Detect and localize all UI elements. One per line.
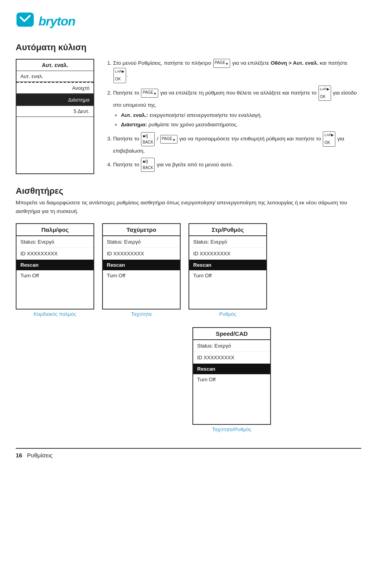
page-number: 16 [16,452,22,459]
sensor-card-heart-rate: Παλμ/φος Status: Ενεργό ID XXXXXXXXX Res… [16,223,94,309]
bullet2-label: Διάστημα: [121,122,147,127]
device-row-5: 5 Δευτ. [16,106,93,117]
step1-bold: Οθόνη > Αυτ. εναλ. [271,60,318,66]
sensor-card-1-rescan[interactable]: Rescan [16,260,93,270]
sensor-card-4-spacer [193,385,270,424]
bryton-logo-text: bryton [38,14,75,29]
bullet1-text: ενεργοποιήστε/ απενεργοποιήστε τον εναλλ… [150,112,262,118]
sensor-col-2: Ταχύμετρο Status: Ενεργό ID XXXXXXXXX Re… [102,223,181,325]
step1-text: Στο μενού Ρυθμίσεις, πατήστε το πλήκτρο … [113,60,348,78]
sensor-card-1-spacer [16,281,93,304]
bullet2-text: ρυθμίστε τον χρόνο μεσοδιαστήματος. [148,122,238,127]
sensor-card-speed-cad: Speed/CAD Status: Ενεργό ID XXXXXXXXX Re… [192,327,271,425]
sensor-card-4-caption: Ταχύτητα/Ρυθμός [212,426,251,432]
sensor-card-4-rescan[interactable]: Rescan [193,364,270,374]
lap-ok-key3: LAP▶OK [323,131,335,147]
sensor-card-1-title: Παλμ/φος [16,224,93,236]
footer: 16 Ρυθμίσεις [16,448,361,459]
sensors-description: Μπορείτε να διαμορφώσετε τις αντίστοιχες… [16,198,361,215]
auto-scroll-title: Αυτόματη κύλιση [16,42,361,53]
page-key: PAGE▼ [213,59,231,67]
sensor-card-2-turnoff[interactable]: Turn Off [103,270,180,281]
sensor-card-cadence: Στρ/Ρυθμός Status: Ενεργό ID XXXXXXXXX R… [188,223,267,309]
sensor-card-1-turnoff[interactable]: Turn Off [16,270,93,281]
step4-text: Πατήστε το ■/∥BACK για να βγείτε από το … [113,162,233,167]
sensor-card-3-turnoff[interactable]: Turn Off [189,270,266,281]
device-mockup: Αυτ. εναλ. Αυτ. εναλ. Ανοιχτό Διάστημα 5… [16,59,94,174]
header: bryton [16,12,361,31]
sensors-section: Αισθητήρες Μπορείτε να διαμορφώσετε τις … [16,186,361,440]
sensor-card-3-id: ID XXXXXXXXX [189,248,266,260]
auto-scroll-instructions: Στο μενού Ρυθμίσεις, πατήστε το πλήκτρο … [106,59,361,174]
sensor-card-2-status: Status: Ενεργό [103,236,180,248]
sensor-card-2-rescan[interactable]: Rescan [103,260,180,270]
back-key: ■/∥BACK [141,132,155,146]
sensor-card-3-rescan[interactable]: Rescan [189,260,266,270]
page-key3: PAGE▼ [160,135,178,144]
sensor-card-4-status: Status: Ενεργό [193,340,270,352]
lap-ok-key2: LAP▶OK [318,86,331,101]
sensor-col-1: Παλμ/φος Status: Ενεργό ID XXXXXXXXX Res… [16,223,94,325]
sensor-card-2-title: Ταχύμετρο [103,224,180,236]
sensor-card-1-status: Status: Ενεργό [16,236,93,248]
sensor-card-3-caption: Ρυθμός [219,311,236,317]
sensor-card-4-turnoff[interactable]: Turn Off [193,374,270,385]
sensor-card-2-spacer [103,281,180,304]
sensor-col-4: Speed/CAD Status: Ενεργό ID XXXXXXXXX Re… [192,327,271,440]
page-key2: PAGE▼ [141,89,158,97]
step2-text: Πατήστε το PAGE▼ για να επιλέξετε τη ρύθ… [113,90,357,108]
sensor-card-2-id: ID XXXXXXXXX [103,248,180,260]
sensors-title: Αισθητήρες [16,186,361,196]
sensor-cards-top-row: Παλμ/φος Status: Ενεργό ID XXXXXXXXX Res… [16,223,361,325]
page-label: Ρυθμίσεις [27,452,53,459]
device-row-1: Αυτ. εναλ. [16,60,93,71]
sensor-col-3: Στρ/Ρυθμός Status: Ενεργό ID XXXXXXXXX R… [188,223,267,325]
sensor-card-4-title: Speed/CAD [193,328,270,340]
sensor-card-2-caption: Ταχύτητα [131,311,152,317]
sensor-card-speed: Ταχύμετρο Status: Ενεργό ID XXXXXXXXX Re… [102,223,181,309]
sensor-cards-bottom-row: Speed/CAD Status: Ενεργό ID XXXXXXXXX Re… [102,327,361,440]
device-row-4: Διάστημα [16,94,93,106]
sensor-card-3-title: Στρ/Ρυθμός [189,224,266,236]
back-key2: ■/∥BACK [141,158,155,172]
bullet1-label: Αυτ. εναλ.: [121,112,148,118]
step3-text: Πατήστε το ■/∥BACK / PAGE▼ για να προσαρ… [113,136,344,154]
sensor-card-3-status: Status: Ενεργό [189,236,266,248]
sensor-card-3-spacer [189,281,266,304]
bryton-logo-icon [16,12,35,31]
sensor-card-1-caption: Καρδιακός παλμός [34,311,76,317]
auto-scroll-section: Αυτ. εναλ. Αυτ. εναλ. Ανοιχτό Διάστημα 5… [16,59,361,174]
device-row-3: Ανοιχτό [16,82,93,94]
sensor-card-1-id: ID XXXXXXXXX [16,248,93,260]
lap-ok-key: LAP▶OK [113,68,126,83]
device-row-2: Αυτ. εναλ. [16,71,93,82]
sensor-card-4-id: ID XXXXXXXXX [193,352,270,364]
